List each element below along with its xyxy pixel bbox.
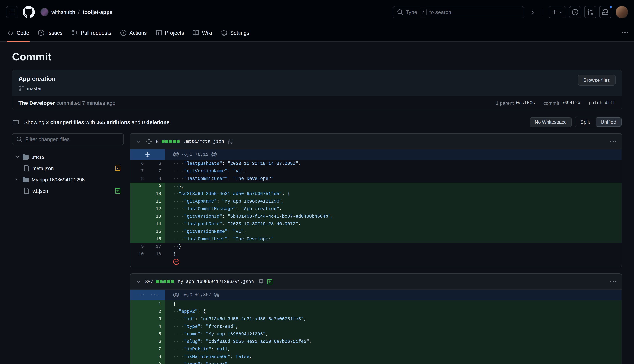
old-line-number[interactable] [130,235,148,243]
new-line-number[interactable]: 8 [148,353,165,360]
new-line-number[interactable]: 9 [148,182,165,190]
tab-actions[interactable]: Actions [117,24,151,42]
triangle-down-icon [558,10,563,14]
table-icon [156,30,162,36]
old-line-number[interactable] [130,338,148,346]
collapse-file-button[interactable] [135,138,142,145]
issue-opened-icon [38,30,44,36]
tab-code[interactable]: Code [4,24,33,42]
new-line-number[interactable]: 13 [148,213,165,220]
new-line-number[interactable]: 7 [148,346,165,353]
new-line-number[interactable]: 11 [148,198,165,205]
diff-link[interactable]: diff [604,100,615,106]
old-line-number[interactable] [130,360,148,364]
command-palette-button[interactable] [527,7,538,17]
new-line-number[interactable]: 12 [148,205,165,213]
tab-wiki[interactable]: Wiki [189,24,216,42]
old-line-number[interactable] [130,228,148,235]
new-line-number[interactable]: 16 [148,235,165,243]
tree-file-meta.json[interactable]: meta.json [12,162,124,174]
tab-projects[interactable]: Projects [152,24,188,42]
new-line-number[interactable]: 10 [148,190,165,198]
old-line-number[interactable] [130,315,148,323]
old-line-number[interactable] [130,300,148,308]
old-line-number[interactable]: 9 [130,243,148,250]
tab-pull-requests[interactable]: Pull requests [68,24,115,42]
global-pull-requests-button[interactable] [584,6,596,18]
new-line-number[interactable]: 6 [148,338,165,346]
new-line-number[interactable]: 2 [148,308,165,315]
old-line-number[interactable] [130,346,148,353]
expand-all-button[interactable] [145,138,153,145]
copy-path-button[interactable] [257,278,264,285]
tab-issues[interactable]: Issues [35,24,67,42]
global-issues-button[interactable] [569,6,581,18]
new-line-number[interactable]: 5 [148,330,165,338]
old-line-number[interactable] [130,353,148,360]
inbox-icon [602,9,608,15]
file-options-button[interactable] [609,278,617,285]
breadcrumb-repo[interactable]: tooljet-apps [83,9,113,15]
diff-list: 8.meta/meta.json@@ -6,5 +6,13 @@66····"l… [130,133,622,364]
old-line-number[interactable] [130,205,148,213]
file-tree-toggle-button[interactable] [12,118,20,126]
new-line-number[interactable]: 14 [148,220,165,228]
old-line-number[interactable]: 8 [130,175,148,182]
nav-overflow-button[interactable] [620,28,630,38]
parent-sha[interactable]: 0ecf00c [516,100,535,106]
old-line-number[interactable] [130,190,148,198]
new-line-number[interactable]: 1 [148,300,165,308]
notifications-inbox-button[interactable] [599,6,611,18]
new-line-number[interactable]: 9 [148,360,165,364]
whitespace-toggle-button[interactable]: No Whitespace [530,117,572,127]
hamburger-menu-button[interactable] [6,6,18,18]
copy-path-button[interactable] [227,138,234,145]
old-line-number[interactable] [130,198,148,205]
old-line-number[interactable] [130,213,148,220]
collapse-file-button[interactable] [135,278,142,285]
no-newline-icon [173,259,179,265]
browse-files-button[interactable]: Browse files [578,75,615,86]
old-line-number[interactable] [130,220,148,228]
split-view-button[interactable]: Split [575,117,595,127]
github-logo[interactable] [23,6,35,18]
commit-page: Commit App creation master Browse files … [0,51,634,364]
new-line-number[interactable]: 4 [148,323,165,330]
file-filter-input[interactable]: Filter changed files [12,133,124,145]
new-line-number[interactable]: 17 [148,243,165,250]
create-new-button[interactable] [549,6,566,18]
no-newline-indicator [165,258,621,267]
new-line-number[interactable]: 8 [148,175,165,182]
global-search-input[interactable]: Type / to search [393,6,524,18]
new-line-number[interactable]: 15 [148,228,165,235]
old-line-number[interactable] [130,182,148,190]
tree-folder-My app 1698694121296[interactable]: My app 1698694121296 [12,174,124,185]
old-line-number[interactable]: 10 [130,250,148,258]
user-avatar[interactable] [616,6,628,18]
tree-file-v1.json[interactable]: v1.json [12,185,124,196]
file-options-button[interactable] [609,138,617,145]
new-line-number[interactable]: 6 [148,160,165,168]
new-line-number[interactable]: 18 [148,250,165,258]
tab-settings[interactable]: Settings [217,24,253,42]
old-line-number[interactable] [130,308,148,315]
patch-link[interactable]: patch [589,100,602,106]
tree-folder-.meta[interactable]: .meta [12,151,124,162]
hunk-gutter[interactable] [130,149,165,160]
old-line-number[interactable] [130,323,148,330]
folder-icon [23,176,29,182]
breadcrumb-owner[interactable]: withshubh [51,9,75,15]
new-line-number[interactable]: 3 [148,315,165,323]
folder-icon [23,154,29,160]
old-line-number[interactable]: 6 [130,160,148,168]
commit-author-line: The Developer committed 7 minutes ago [19,100,116,106]
unified-view-button[interactable]: Unified [595,117,621,127]
hunk-header: @@ -6,5 +6,13 @@ [165,149,621,160]
git-branch-icon [19,85,25,91]
new-line-number[interactable]: 7 [148,168,165,175]
file-path[interactable]: My app 1698694121296/v1.json [178,279,254,284]
file-path[interactable]: .meta/meta.json [183,138,224,144]
old-line-number[interactable] [130,330,148,338]
old-line-number[interactable]: 7 [130,168,148,175]
code-line: ··"cd3f3a6d-3d55-4e31-ad50-6a7b06751fe5"… [165,190,621,198]
